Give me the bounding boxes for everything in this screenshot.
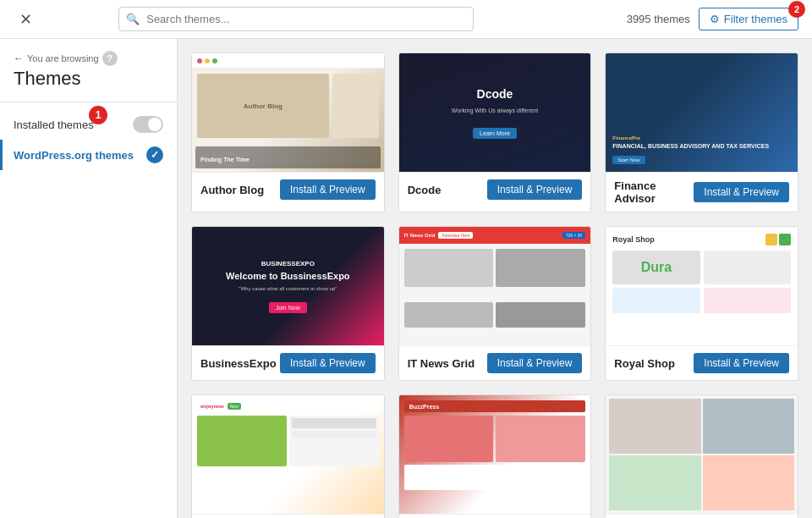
theme-footer-it-news-grid: IT News Grid Install & Preview <box>399 345 591 380</box>
search-icon: 🔍 <box>126 13 140 25</box>
gear-icon: ⚙ <box>710 13 720 25</box>
theme-footer-author-blog: Author Blog Install & Preview <box>192 172 384 207</box>
theme-preview-author-blog: Author Blog Finding The Time <box>192 53 384 172</box>
install-btn-businessexpo[interactable]: Install & Preview <box>280 353 376 373</box>
theme-name-finance-advisor: Finance Advisor <box>614 179 694 205</box>
filter-themes-button[interactable]: ⚙ Filter themes <box>699 8 798 30</box>
theme-card-royal-shop[interactable]: Royal Shop Dura <box>605 226 798 381</box>
theme-preview-buzzpress: BuzzPress <box>399 395 591 514</box>
sidebar: ← You are browsing ? Themes Installed th… <box>0 39 178 518</box>
sidebar-header: ← You are browsing ? Themes <box>0 39 177 95</box>
theme-card-finance-advisor[interactable]: FinancePro FINANCIAL, BUSINESS ADVISORY … <box>605 52 798 212</box>
theme-name-businessexpo: BusinessExpo <box>200 357 277 370</box>
theme-preview-businessexpo: BUSINESSEXPO Welcome to BussinessExpo "W… <box>192 227 384 345</box>
theme-footer-businessexpo: BusinessExpo Install & Preview <box>192 345 384 380</box>
wordpress-org-check: ✓ <box>146 146 163 163</box>
installed-themes-label: Installed themes <box>14 118 94 131</box>
theme-preview-finance-advisor: FinancePro FINANCIAL, BUSINESS ADVISORY … <box>606 53 798 172</box>
theme-preview-dcode: Dcode Working With Us always different L… <box>399 53 591 172</box>
install-btn-royal-shop[interactable]: Install & Preview <box>694 353 789 373</box>
theme-name-royal-shop: Royal Shop <box>614 357 675 370</box>
back-button[interactable]: ← <box>14 52 24 64</box>
install-btn-author-blog[interactable]: Install & Preview <box>280 179 376 200</box>
filter-badge: 2 <box>788 1 805 18</box>
install-btn-dcode[interactable]: Install & Preview <box>487 179 583 200</box>
installed-toggle[interactable] <box>133 116 163 133</box>
theme-card-businessexpo[interactable]: BUSINESSEXPO Welcome to BussinessExpo "W… <box>191 226 385 381</box>
theme-grid: Author Blog Finding The Time Author Blog… <box>191 52 798 518</box>
search-input[interactable] <box>118 7 474 31</box>
theme-preview-royal-shop: Royal Shop Dura <box>606 227 798 345</box>
theme-name-dcode: Dcode <box>408 184 442 196</box>
theme-card-buzzpress[interactable]: BuzzPress BuzzPress Install & Preview <box>398 394 592 518</box>
theme-footer-royal-shop: Royal Shop Install & Preview <box>606 345 798 380</box>
theme-name-it-news-grid: IT News Grid <box>408 357 475 370</box>
sidebar-item-installed[interactable]: Installed themes 1 <box>0 109 177 140</box>
wordpress-org-label: WordPress.org themes <box>14 149 134 162</box>
install-btn-finance-advisor[interactable]: Install & Preview <box>694 182 789 202</box>
theme-card-it-news-grid[interactable]: IT News Grid Advertise Here 728 × 90 IT … <box>398 226 592 381</box>
theme-footer-finance-advisor: Finance Advisor Install & Preview <box>606 172 798 212</box>
theme-footer-dcode: Dcode Install & Preview <box>399 172 591 207</box>
help-icon[interactable]: ? <box>102 51 118 66</box>
theme-name-author-blog: Author Blog <box>200 184 264 196</box>
theme-grid-wrapper: Author Blog Finding The Time Author Blog… <box>178 39 812 518</box>
top-right-actions: 3995 themes ⚙ Filter themes 2 <box>627 8 798 30</box>
sidebar-item-wordpress-org[interactable]: WordPress.org themes ✓ <box>0 140 177 170</box>
search-bar-container: 🔍 <box>118 7 474 31</box>
theme-footer-buzzpress: BuzzPress Install & Preview <box>399 514 591 518</box>
theme-card-last[interactable]: Theme Install & Preview <box>605 394 798 518</box>
install-btn-it-news-grid[interactable]: Install & Preview <box>487 353 583 373</box>
theme-preview-it-news-grid: IT News Grid Advertise Here 728 × 90 <box>399 227 591 345</box>
theme-footer-last: Theme Install & Preview <box>606 514 798 518</box>
sidebar-divider <box>0 102 177 102</box>
top-bar: ✕ 🔍 3995 themes ⚙ Filter themes 2 <box>0 0 812 39</box>
theme-preview-enjoynow: enjoynow New <box>192 395 384 514</box>
themes-count: 3995 themes <box>627 13 690 25</box>
main-content: ← You are browsing ? Themes Installed th… <box>0 39 812 518</box>
sidebar-title: Themes <box>14 68 163 90</box>
theme-card-dcode[interactable]: Dcode Working With Us always different L… <box>398 52 592 212</box>
browsing-label: You are browsing <box>27 53 99 63</box>
close-button[interactable]: ✕ <box>14 8 37 31</box>
theme-footer-enjoynow: EnjoyNow Install & Preview <box>192 514 384 518</box>
theme-preview-last <box>606 395 798 514</box>
theme-card-author-blog[interactable]: Author Blog Finding The Time Author Blog… <box>191 52 385 212</box>
theme-card-enjoynow[interactable]: enjoynow New EnjoyNow <box>191 394 385 518</box>
filter-btn-wrapper: ⚙ Filter themes 2 <box>699 8 798 30</box>
